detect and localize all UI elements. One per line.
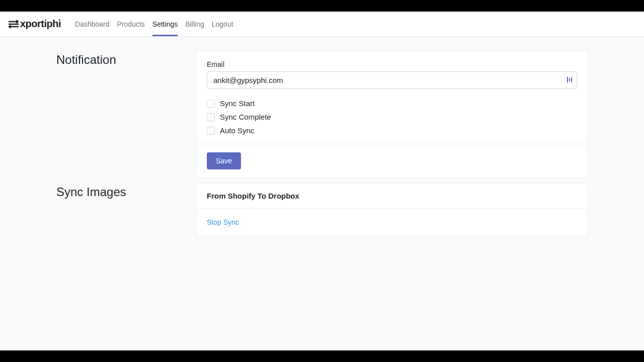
- card-header: From Shopify To Dropbox: [197, 184, 587, 209]
- section-title-column: Notification: [56, 51, 196, 178]
- email-field[interactable]: [207, 71, 577, 89]
- main-nav: Dashboard Products Settings Billing Logo…: [75, 12, 233, 36]
- card-body: Email: [197, 51, 587, 144]
- notification-title: Notification: [56, 53, 196, 67]
- section-card-column: Email: [196, 51, 588, 178]
- checkbox-sync-complete[interactable]: [207, 113, 215, 121]
- nav-settings[interactable]: Settings: [152, 12, 178, 36]
- checkbox-row-sync-start: Sync Start: [207, 99, 577, 108]
- nav-dashboard[interactable]: Dashboard: [75, 12, 110, 36]
- nav-logout[interactable]: Logout: [212, 12, 233, 36]
- checkbox-label: Sync Complete: [220, 113, 271, 121]
- header-bar: xportiphi Dashboard Products Settings Bi…: [0, 12, 644, 37]
- page-content: Notification Email: [56, 37, 588, 255]
- email-label: Email: [207, 60, 577, 68]
- logo-icon: [8, 20, 19, 29]
- sync-images-title: Sync Images: [56, 185, 196, 199]
- checkbox-label: Auto Sync: [220, 126, 254, 135]
- nav-products[interactable]: Products: [117, 12, 145, 36]
- sync-images-card: From Shopify To Dropbox Stop Sync: [196, 183, 588, 236]
- sync-images-section: Sync Images From Shopify To Dropbox Stop…: [56, 183, 588, 236]
- sync-direction-title: From Shopify To Dropbox: [207, 192, 577, 200]
- letterbox-top: [0, 0, 644, 12]
- section-card-column: From Shopify To Dropbox Stop Sync: [196, 183, 588, 236]
- nav-billing[interactable]: Billing: [185, 12, 204, 36]
- brand-logo[interactable]: xportiphi: [8, 18, 61, 30]
- card-body: Stop Sync: [197, 209, 587, 236]
- stop-sync-link[interactable]: Stop Sync: [207, 218, 239, 226]
- email-input-wrap: [207, 71, 577, 89]
- notification-section: Notification Email: [56, 51, 588, 178]
- section-title-column: Sync Images: [56, 183, 196, 236]
- checkbox-sync-start[interactable]: [207, 100, 215, 108]
- checkbox-group: Sync Start Sync Complete Auto Sync: [207, 99, 577, 135]
- notification-card: Email: [196, 51, 588, 178]
- checkbox-auto-sync[interactable]: [207, 127, 215, 135]
- checkbox-row-sync-complete: Sync Complete: [207, 113, 577, 121]
- checkbox-label: Sync Start: [220, 99, 255, 108]
- save-button[interactable]: Save: [207, 152, 241, 169]
- checkbox-row-auto-sync: Auto Sync: [207, 126, 577, 135]
- letterbox-bottom: [0, 350, 644, 362]
- card-footer: Save: [197, 144, 587, 177]
- brand-name: xportiphi: [20, 18, 61, 30]
